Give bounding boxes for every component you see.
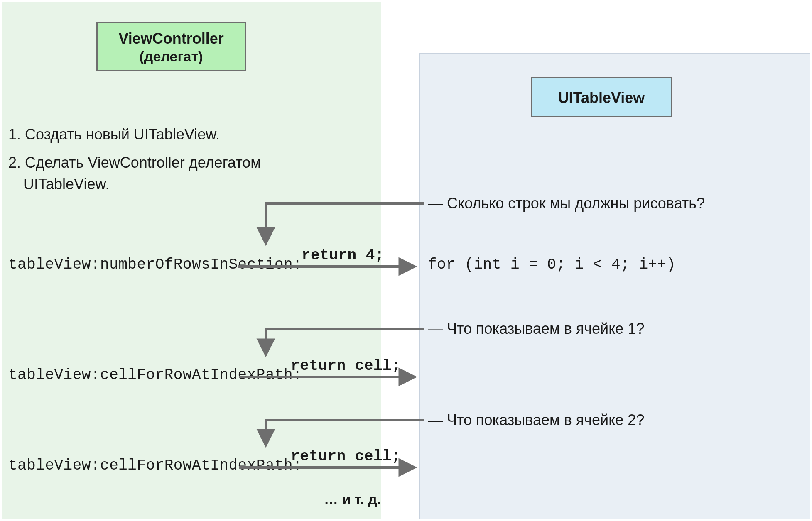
step-1: 1. Создать новый UITableView. <box>8 125 220 145</box>
return-cell-1: return cell; <box>291 356 401 377</box>
return-cell-2: return cell; <box>291 447 401 467</box>
question-cell2: — Что показываем в ячейке 2? <box>428 410 644 430</box>
call-cellForRow-1: tableView:cellForRowAtIndexPath: <box>8 365 302 386</box>
question-cell1: — Что показываем в ячейке 1? <box>428 319 644 339</box>
left-title-box: ViewController (делегат) <box>96 22 246 71</box>
step-2-line2: UITableView. <box>23 174 109 195</box>
left-title-2: (делегат) <box>98 48 245 66</box>
call-cellForRow-2: tableView:cellForRowAtIndexPath: <box>8 456 302 476</box>
for-loop: for (int i = 0; i < 4; i++) <box>428 255 676 275</box>
step-2-line1: 2. Сделать ViewController делегатом <box>8 153 261 173</box>
return-4: return 4; <box>302 246 384 266</box>
right-panel <box>419 53 810 519</box>
diagram-stage: ViewController (делегат) UITableView 1. … <box>0 0 812 521</box>
right-title: UITableView <box>532 88 671 107</box>
left-title-1: ViewController <box>98 29 245 48</box>
right-title-box: UITableView <box>531 77 672 117</box>
etc-label: … и т. д. <box>324 490 381 509</box>
call-numberOfRows: tableView:numberOfRowsInSection: <box>8 255 302 275</box>
question-rows: — Сколько строк мы должны рисовать? <box>428 193 705 214</box>
